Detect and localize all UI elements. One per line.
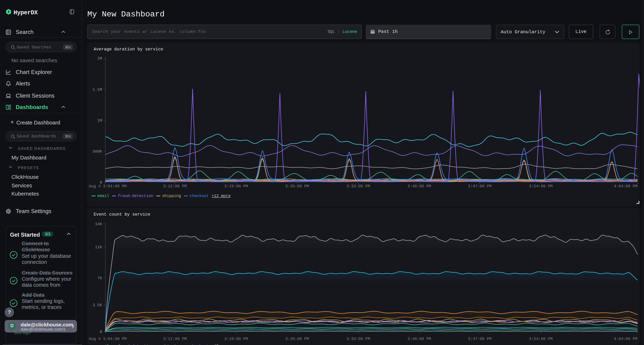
svg-text:1M: 1M [97,118,102,123]
svg-text:3.5K: 3.5K [92,303,102,307]
svg-text:7K: 7K [97,276,102,280]
svg-text:1.5M: 1.5M [92,88,102,92]
svg-text:11K: 11K [95,245,102,250]
svg-text:2M: 2M [97,57,102,61]
svg-text:0: 0 [100,330,102,334]
svg-text:500K: 500K [92,149,102,154]
svg-text:14K: 14K [95,222,102,226]
